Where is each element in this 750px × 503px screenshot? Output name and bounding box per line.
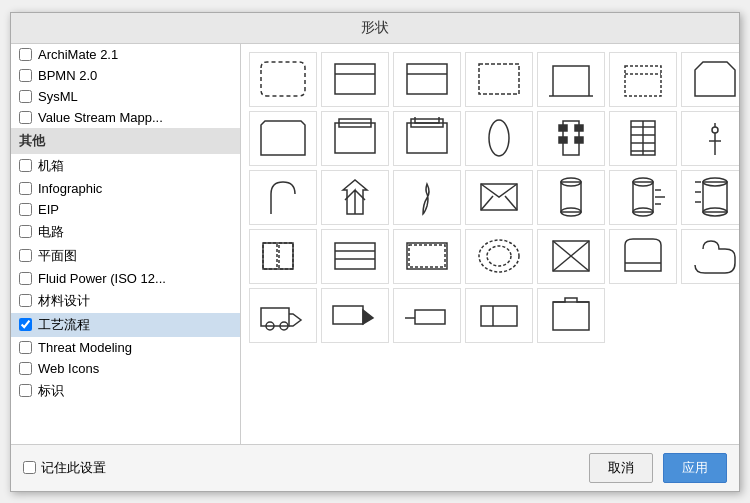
list-item-infographic[interactable]: Infographic xyxy=(11,178,240,199)
list-item-sysml[interactable]: SysML xyxy=(11,86,240,107)
shape-cell[interactable] xyxy=(537,111,605,166)
checkbox-floorplan[interactable] xyxy=(19,249,32,262)
svg-point-25 xyxy=(712,127,718,133)
shape-cell[interactable] xyxy=(681,229,739,284)
shape-cell[interactable] xyxy=(609,170,677,225)
section-header-other: 其他 xyxy=(11,128,240,154)
label-eip: EIP xyxy=(38,202,59,217)
shape-cell[interactable] xyxy=(681,170,739,225)
svg-rect-2 xyxy=(407,64,447,94)
svg-rect-4 xyxy=(479,64,519,94)
label-fluidpower: Fluid Power (ISO 12... xyxy=(38,271,166,286)
shape-cell[interactable] xyxy=(321,52,389,107)
shape-cell[interactable] xyxy=(537,288,605,343)
remember-checkbox[interactable] xyxy=(23,461,36,474)
shape-cell[interactable] xyxy=(321,288,389,343)
shape-cell[interactable] xyxy=(393,170,461,225)
footer-remember[interactable]: 记住此设置 xyxy=(23,459,106,477)
shape-cell[interactable] xyxy=(249,111,317,166)
checkbox-sysml[interactable] xyxy=(19,90,32,103)
shape-cell[interactable] xyxy=(393,229,461,284)
shape-cell[interactable] xyxy=(249,52,317,107)
shape-cell[interactable] xyxy=(321,170,389,225)
svg-line-30 xyxy=(505,196,517,210)
shape-cell[interactable] xyxy=(321,229,389,284)
checkbox-webicons[interactable] xyxy=(19,362,32,375)
svg-rect-0 xyxy=(335,64,375,94)
shape-cell[interactable] xyxy=(537,52,605,107)
list-item-fluidpower[interactable]: Fluid Power (ISO 12... xyxy=(11,268,240,289)
list-item-floorplan[interactable]: 平面图 xyxy=(11,244,240,268)
svg-rect-64 xyxy=(481,306,517,326)
checkbox-logo[interactable] xyxy=(19,384,32,397)
label-bpmn: BPMN 2.0 xyxy=(38,68,97,83)
svg-rect-17 xyxy=(575,137,583,143)
list-item-chassis[interactable]: 机箱 xyxy=(11,154,240,178)
cancel-button[interactable]: 取消 xyxy=(589,453,653,483)
dialog-body: ArchiMate 2.1 BPMN 2.0 SysML Value Strea… xyxy=(11,44,739,444)
list-item-webicons[interactable]: Web Icons xyxy=(11,358,240,379)
list-item-circuit[interactable]: 电路 xyxy=(11,220,240,244)
list-item-material[interactable]: 材料设计 xyxy=(11,289,240,313)
shape-cell[interactable] xyxy=(537,229,605,284)
checkbox-bpmn[interactable] xyxy=(19,69,32,82)
checkbox-infographic[interactable] xyxy=(19,182,32,195)
svg-rect-52 xyxy=(407,243,447,269)
left-panel: ArchiMate 2.1 BPMN 2.0 SysML Value Strea… xyxy=(11,44,241,444)
shape-cell[interactable] xyxy=(465,111,533,166)
shape-cell[interactable] xyxy=(393,52,461,107)
svg-rect-49 xyxy=(335,243,375,269)
svg-point-12 xyxy=(489,120,509,156)
checkbox-threat[interactable] xyxy=(19,341,32,354)
dialog-title: 形状 xyxy=(11,13,739,44)
shape-cell[interactable] xyxy=(465,229,533,284)
svg-rect-11 xyxy=(415,117,439,123)
shape-cell[interactable] xyxy=(609,52,677,107)
checkbox-circuit[interactable] xyxy=(19,225,32,238)
shape-cell[interactable] xyxy=(537,170,605,225)
list-item-vsm[interactable]: Value Stream Mapp... xyxy=(11,107,240,128)
shape-cell[interactable] xyxy=(609,229,677,284)
label-process: 工艺流程 xyxy=(38,316,90,334)
shape-cell[interactable] xyxy=(465,52,533,107)
label-chassis: 机箱 xyxy=(38,157,64,175)
checkbox-archimate[interactable] xyxy=(19,48,32,61)
shape-cell[interactable] xyxy=(393,288,461,343)
svg-rect-14 xyxy=(559,125,567,131)
shape-cell[interactable] xyxy=(393,111,461,166)
list-item-logo[interactable]: 标识 xyxy=(11,379,240,403)
shape-cell[interactable] xyxy=(249,170,317,225)
label-threat: Threat Modeling xyxy=(38,340,132,355)
shapes-grid xyxy=(249,52,731,343)
svg-point-55 xyxy=(487,246,511,266)
checkbox-chassis[interactable] xyxy=(19,159,32,172)
checkbox-fluidpower[interactable] xyxy=(19,272,32,285)
list-item-bpmn[interactable]: BPMN 2.0 xyxy=(11,65,240,86)
svg-point-54 xyxy=(479,240,519,272)
checkbox-vsm[interactable] xyxy=(19,111,32,124)
label-archimate: ArchiMate 2.1 xyxy=(38,47,118,62)
label-logo: 标识 xyxy=(38,382,64,400)
right-panel xyxy=(241,44,739,444)
checkbox-eip[interactable] xyxy=(19,203,32,216)
list-item-archimate[interactable]: ArchiMate 2.1 xyxy=(11,44,240,65)
dialog-footer: 记住此设置 取消 应用 xyxy=(11,444,739,491)
list-item-process[interactable]: 工艺流程 xyxy=(11,313,240,337)
list-item-threat[interactable]: Threat Modeling xyxy=(11,337,240,358)
shape-cell[interactable] xyxy=(681,52,739,107)
label-infographic: Infographic xyxy=(38,181,102,196)
apply-button[interactable]: 应用 xyxy=(663,453,727,483)
svg-rect-15 xyxy=(575,125,583,131)
shape-cell[interactable] xyxy=(465,170,533,225)
shape-cell[interactable] xyxy=(249,229,317,284)
checkbox-process[interactable] xyxy=(19,318,32,331)
shape-cell[interactable] xyxy=(609,111,677,166)
shape-cell[interactable] xyxy=(465,288,533,343)
svg-rect-66 xyxy=(553,302,589,330)
checkbox-material[interactable] xyxy=(19,294,32,307)
shape-cell[interactable] xyxy=(249,288,317,343)
svg-rect-53 xyxy=(409,245,445,267)
shape-cell[interactable] xyxy=(321,111,389,166)
shape-cell[interactable] xyxy=(681,111,739,166)
list-item-eip[interactable]: EIP xyxy=(11,199,240,220)
